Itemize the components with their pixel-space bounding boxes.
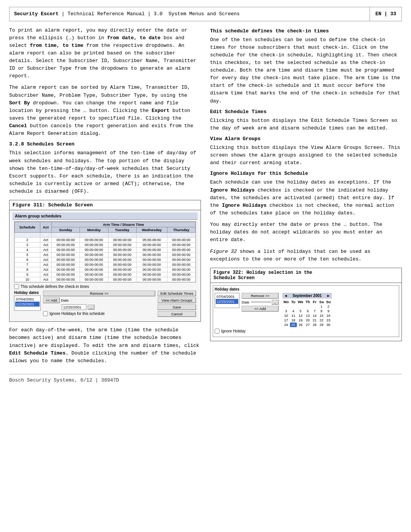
fig322-add-button[interactable]: << Add [242,306,279,312]
calendar-day[interactable]: 25 [290,323,297,327]
calendar-day[interactable]: 15 [318,313,325,318]
cal-prev-icon[interactable]: ◄ [284,294,288,298]
table-cell: 00:00-00:00 [167,257,195,262]
holiday-item[interactable]: 12/25/2001 [15,302,40,307]
table-cell: 7 [15,262,40,267]
add-button[interactable]: << Add [43,297,60,303]
ignore-holidays-checkbox[interactable] [43,311,48,316]
calendar-day[interactable]: 29 [318,323,325,327]
calendar-day[interactable]: 18 [290,318,297,323]
table-cell: 00:00-00:00 [108,248,136,252]
calendar-day[interactable]: 11 [290,313,297,318]
table-cell: 00:00-00:00 [136,243,167,248]
holiday-list[interactable]: 07/04/200112/25/2001 [14,296,41,311]
figure-322: Figure 322: Holiday selection in theSche… [210,268,402,341]
table-cell: Act [40,272,51,277]
table-cell: 00:00-00:00 [80,238,108,243]
table-cell: 00:00-00:00 [167,277,195,282]
calendar-day[interactable]: 22 [318,318,325,323]
table-cell: Act [40,257,51,262]
right-action-buttons: Edit Schedule Times View Alarm Groups Sa… [158,291,196,317]
table-cell: 00:00-00:00 [136,272,167,277]
calendar-day [290,304,297,309]
calendar-day[interactable]: 10 [282,313,290,318]
table-cell: 00:00-00:00 [108,262,136,267]
remove-button[interactable]: Remove >> [43,291,155,296]
table-cell: 00:00-00:00 [108,238,136,243]
fig322-remove-button[interactable]: Remove >> [242,293,279,299]
fig322-ellipsis-button[interactable]: ... [272,300,279,305]
view-alarm-body: Clicking this button displays the View A… [210,144,402,167]
schedule-table-area: Schedule Act Arm Time / Disarm Time Sund… [14,221,196,283]
calendar-day[interactable]: 26 [297,323,304,327]
table-cell: 17:00-00:00 [167,233,195,238]
intro-paragraph: To print an alarm report, you may direct… [9,27,201,80]
table-cell: 00:00-00:00 [167,243,195,248]
schedules-intro: This selection informs management of the… [9,149,201,195]
calendar-day[interactable]: 19 [297,318,304,323]
table-cell: 17:00-00:00 [108,233,136,238]
calendar-day[interactable]: 4 [290,309,297,313]
calendar-day[interactable]: 6 [304,309,311,313]
ellipsis-button[interactable]: ... [88,305,94,310]
view-alarm-heading: View Alarm Groups [210,136,402,142]
table-cell: 00:00-00:00 [108,272,136,277]
cal-day-header: Mo [282,299,290,304]
table-cell: 00:00-00:00 [136,262,167,267]
edit-schedule-times-button[interactable]: Edit Schedule Times [158,291,196,296]
calendar-day[interactable]: 5 [297,309,304,313]
calendar-day[interactable]: 24 [282,323,290,327]
table-cell: 00:00-00:00 [136,257,167,262]
calendar-day[interactable]: 8 [318,309,325,313]
cancel-button[interactable]: Cancel [158,311,196,317]
table-cell: 00:00-00:00 [51,272,80,277]
calendar-day[interactable]: 16 [325,313,332,318]
calendar-day[interactable]: 20 [304,318,311,323]
calendar-day[interactable]: 7 [311,309,318,313]
holiday-item[interactable]: 07/04/2001 [15,297,40,302]
table-cell: 9 [15,272,40,277]
cal-day-header: Fr [311,299,318,304]
calendar-day[interactable]: 14 [311,313,318,318]
table-cell: 05:00-06:00 [136,238,167,243]
cal-day-header: Th [304,299,311,304]
calendar-day[interactable]: 28 [311,323,318,327]
checkin-checkbox-row: This schedule defines the check-in times [14,284,196,289]
calendar-day[interactable]: 27 [304,323,311,327]
calendar-day[interactable]: 30 [325,323,332,327]
holiday-item[interactable]: 07/04/2001 [216,294,238,299]
calendar-day[interactable]: 2 [325,304,332,309]
view-alarm-groups-button[interactable]: View Alarm Groups [158,297,196,303]
cal-day-header: Tu [290,299,297,304]
fig322-holiday-list[interactable]: 07/04/200112/25/2001 [215,293,239,308]
table-cell: 00:00-00:00 [51,233,80,238]
figure-311: Figure 311: Schedule Screen Alarm group … [9,200,201,322]
calendar-day[interactable]: 12 [297,313,304,318]
calendar-nav: ◄ September 2001 ► [282,293,332,299]
fig322-ignore-checkbox[interactable] [215,329,220,334]
calendar-day[interactable]: 17 [282,318,290,323]
cal-next-icon[interactable]: ► [327,294,330,298]
col-monday: Monday [80,227,108,233]
table-cell: 00:00-00:00 [80,272,108,277]
calendar-day [282,304,290,309]
table-cell: 00:00-00:00 [108,267,136,272]
calendar-day[interactable]: 21 [311,318,318,323]
calendar-day[interactable]: 13 [304,313,311,318]
col-act: Act [40,222,51,233]
date-label: Date [61,298,68,302]
table-cell: 5 [15,252,40,257]
cal-day-header: We [297,299,304,304]
date-input[interactable] [62,304,86,310]
table-cell: 00:00-00:00 [80,252,108,257]
calendar-day[interactable]: 1 [318,304,325,309]
fig322-ignore-row: Ignore Holiday [215,329,397,334]
save-button[interactable]: Save [158,304,196,310]
checkin-checkbox[interactable] [14,284,19,289]
calendar-day[interactable]: 23 [325,318,332,323]
col-thursday: Thursday [167,227,195,233]
calendar-day[interactable]: 9 [325,309,332,313]
calendar-day[interactable]: 3 [282,309,290,313]
holiday-item[interactable]: 12/25/2001 [216,299,238,304]
table-cell: 00:00-00:00 [51,243,80,248]
